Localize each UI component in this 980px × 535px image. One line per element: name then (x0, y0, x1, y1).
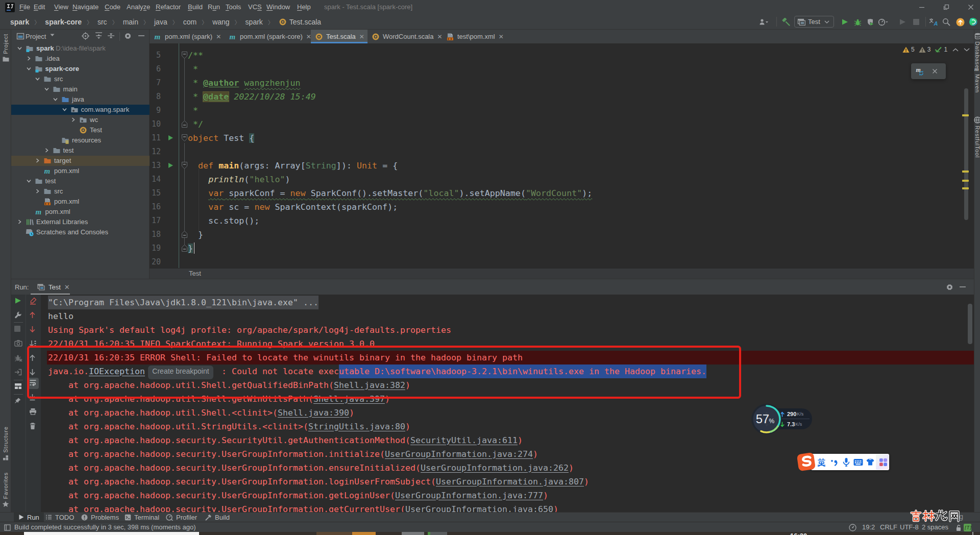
hide-panel-icon[interactable] (138, 32, 145, 39)
stacktrace-link[interactable]: SecurityUtil.java:611 (410, 433, 518, 447)
inspector-status-icon[interactable] (849, 524, 856, 531)
hide-panel-icon[interactable] (959, 283, 966, 290)
tree-item-spark[interactable]: spark D:\idea-file\spark (11, 43, 150, 54)
stacktrace-link[interactable]: Shell.java:382 (334, 378, 405, 392)
inspections-widget[interactable]: 5 3 1 (902, 46, 970, 53)
sogou-logo[interactable] (796, 451, 817, 472)
indent-style[interactable]: 2 spaces (922, 522, 948, 532)
clear-console-button[interactable] (29, 297, 37, 305)
chevron-right-icon[interactable] (17, 219, 23, 225)
tree-item-main[interactable]: main (11, 84, 150, 94)
toolwindow-toggle-icon[interactable] (4, 524, 11, 531)
tree-item-scratches-and-consoles[interactable]: Scratches and Consoles (11, 227, 150, 237)
toolwindow-favorites-button[interactable]: Favorites (0, 472, 11, 507)
close-icon[interactable]: ✕ (216, 33, 221, 40)
update-button[interactable] (954, 16, 966, 28)
chevron-down-icon[interactable] (53, 96, 59, 103)
user-profile-button[interactable] (757, 16, 770, 28)
microphone-icon[interactable] (843, 457, 850, 467)
profiler-button[interactable] (877, 16, 889, 28)
tree-item-resources[interactable]: resources (11, 135, 150, 145)
clear-all-button[interactable] (29, 422, 37, 430)
chevron-down-icon[interactable] (35, 76, 41, 82)
toolwindow-button-problems[interactable]: Problems (81, 513, 119, 522)
toolwindow-button-terminal[interactable]: Terminal (125, 513, 159, 522)
ime-punctuation-icon[interactable] (830, 458, 838, 467)
stacktrace-link[interactable]: UserGroupInformation.java:777 (395, 489, 543, 502)
warning-stripe-mark[interactable] (962, 187, 969, 189)
chevron-down-icon[interactable] (26, 178, 32, 184)
ime-skin-icon[interactable] (866, 458, 875, 466)
toolwindow-button-todo[interactable]: TODO (45, 513, 74, 522)
stop-process-button[interactable] (14, 326, 22, 334)
toolwindow-maven-button[interactable]: mMaven (974, 65, 980, 93)
menu-refactor[interactable]: Refactor (156, 0, 181, 14)
select-opened-file-icon[interactable] (82, 32, 89, 40)
tree-item-target[interactable]: target (11, 156, 150, 166)
run-settings-button[interactable] (14, 311, 22, 320)
next-occurrence-button[interactable] (29, 340, 37, 348)
run-configuration-select[interactable]: Test (794, 16, 834, 28)
menu-build[interactable]: Build (188, 0, 203, 14)
menu-code[interactable]: Code (105, 0, 120, 14)
menu-navigate[interactable]: Navigate (72, 0, 99, 14)
tab-pom-xml-spark-[interactable]: mpom.xml (spark)✕ (150, 30, 225, 43)
tree-item-spark-core[interactable]: spark-core (11, 64, 150, 74)
toolwindow-structure-button[interactable]: Structure (0, 426, 11, 460)
toolwindow-database-button[interactable]: Database (974, 33, 980, 69)
close-icon[interactable]: ✕ (359, 33, 364, 40)
line-separator[interactable]: CRLF (880, 522, 897, 532)
tree-item-external-libraries[interactable]: External Libraries (11, 217, 150, 227)
chevron-right-icon[interactable] (44, 148, 50, 154)
run-console[interactable]: "C:\Program Files\Java\jdk1.8.0_121\bin\… (41, 295, 974, 512)
build-project-button[interactable] (780, 16, 792, 28)
maven-reload-icon[interactable]: m (915, 66, 926, 77)
close-icon[interactable]: ✕ (306, 33, 311, 40)
close-button[interactable] (959, 0, 980, 14)
chevron-down-icon[interactable] (17, 45, 23, 52)
run-button[interactable] (839, 16, 851, 28)
menu-vcs[interactable]: VCS (248, 0, 262, 14)
menu-view[interactable]: View (54, 0, 68, 14)
caret-position[interactable]: 19:2 (862, 522, 875, 532)
toolwindow-restfultool-button[interactable]: RestfulTool (974, 116, 980, 158)
menu-tools[interactable]: Tools (226, 0, 241, 14)
project-panel-title[interactable]: Project (26, 30, 46, 43)
keyboard-icon[interactable] (853, 458, 863, 466)
translate-button[interactable]: A (927, 16, 940, 28)
tab-test-scala[interactable]: Test.scala✕ (311, 30, 368, 43)
tab-test-pom-xml[interactable]: test\pom.xml✕ (442, 30, 504, 43)
settings-gear-icon[interactable] (946, 283, 953, 291)
maximize-button[interactable] (935, 0, 958, 14)
fold-start-icon[interactable] (182, 52, 187, 59)
scroll-down-button[interactable] (29, 369, 37, 377)
tree-item-pom-xml[interactable]: pom.xml (11, 197, 150, 207)
attach-debugger-button[interactable] (14, 354, 22, 362)
ide-feature-button[interactable] (967, 16, 979, 28)
print-button[interactable] (29, 408, 37, 416)
fold-end-icon[interactable] (182, 120, 187, 128)
up-stacktrace-button[interactable] (29, 311, 37, 320)
stacktrace-link[interactable]: UserGroupInformation.java:262 (421, 461, 569, 475)
stacktrace-link[interactable]: Shell.java:390 (278, 406, 349, 420)
tree-item-java[interactable]: java (11, 94, 150, 105)
menu-edit[interactable]: Edit (34, 0, 45, 14)
soft-wrap-toggle[interactable] (29, 379, 37, 387)
settings-gear-icon[interactable] (124, 32, 132, 40)
toolwindow-button-build[interactable]: Build (205, 513, 230, 522)
run-line-icon[interactable] (167, 162, 174, 168)
coverage-button[interactable] (864, 16, 876, 28)
file-encoding[interactable]: UTF-8 (900, 522, 919, 532)
menu-window[interactable]: Window (266, 0, 290, 14)
stacktrace-link[interactable]: UserGroupInformation.java:274 (385, 447, 533, 461)
chevron-right-icon[interactable] (35, 158, 41, 164)
tree-item-pom-xml[interactable]: mpom.xml (11, 207, 150, 217)
debug-button[interactable] (851, 16, 864, 28)
tree-item-src[interactable]: src (11, 186, 150, 197)
lock-icon[interactable] (955, 524, 962, 531)
restore-layout-button[interactable] (14, 383, 22, 391)
tree-item-test[interactable]: Test (11, 125, 150, 135)
create-breakpoint-hint[interactable]: Create breakpoint (148, 366, 213, 379)
tree-item-pom-xml[interactable]: mpom.xml (11, 166, 150, 176)
chevron-down-icon[interactable] (44, 86, 50, 92)
